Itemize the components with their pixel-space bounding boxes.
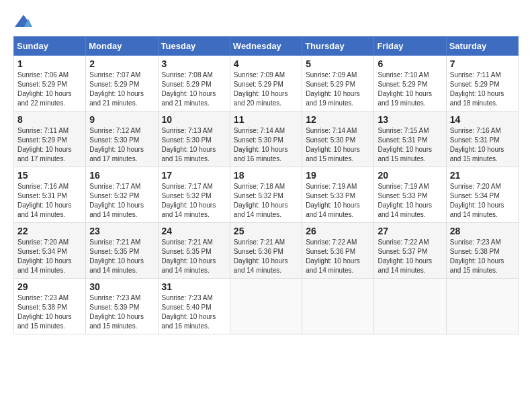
day-info: Sunrise: 7:08 AMSunset: 5:29 PMDaylight:… xyxy=(162,71,226,108)
calendar-week-row: 8Sunrise: 7:11 AMSunset: 5:29 PMDaylight… xyxy=(14,111,519,167)
day-info: Sunrise: 7:23 AMSunset: 5:40 PMDaylight:… xyxy=(162,293,226,331)
day-of-week-sunday: Sunday xyxy=(14,37,86,56)
day-number: 13 xyxy=(378,114,442,125)
day-info: Sunrise: 7:22 AMSunset: 5:36 PMDaylight:… xyxy=(306,238,370,275)
calendar-cell: 31Sunrise: 7:23 AMSunset: 5:40 PMDayligh… xyxy=(158,279,230,334)
calendar-cell: 1Sunrise: 7:06 AMSunset: 5:29 PMDaylight… xyxy=(14,56,86,111)
day-info: Sunrise: 7:21 AMSunset: 5:35 PMDaylight:… xyxy=(89,238,154,275)
calendar-cell: 28Sunrise: 7:23 AMSunset: 5:38 PMDayligh… xyxy=(446,223,518,279)
calendar-cell: 23Sunrise: 7:21 AMSunset: 5:35 PMDayligh… xyxy=(86,223,158,279)
day-info: Sunrise: 7:07 AMSunset: 5:29 PMDaylight:… xyxy=(89,71,154,108)
day-info: Sunrise: 7:17 AMSunset: 5:32 PMDaylight:… xyxy=(162,182,226,220)
calendar-cell: 20Sunrise: 7:19 AMSunset: 5:33 PMDayligh… xyxy=(374,167,446,223)
day-number: 17 xyxy=(162,170,226,181)
calendar-week-row: 29Sunrise: 7:23 AMSunset: 5:38 PMDayligh… xyxy=(14,279,519,334)
day-number: 15 xyxy=(17,170,82,181)
calendar-cell: 7Sunrise: 7:11 AMSunset: 5:29 PMDaylight… xyxy=(446,56,518,111)
day-number: 11 xyxy=(234,114,298,125)
calendar-cell: 25Sunrise: 7:21 AMSunset: 5:36 PMDayligh… xyxy=(230,223,302,279)
calendar-cell: 30Sunrise: 7:23 AMSunset: 5:39 PMDayligh… xyxy=(86,279,158,334)
day-number: 25 xyxy=(234,226,298,236)
calendar-cell: 26Sunrise: 7:22 AMSunset: 5:36 PMDayligh… xyxy=(302,223,374,279)
calendar-cell: 22Sunrise: 7:20 AMSunset: 5:34 PMDayligh… xyxy=(14,223,86,279)
calendar-cell: 2Sunrise: 7:07 AMSunset: 5:29 PMDaylight… xyxy=(86,56,158,111)
calendar-cell: 21Sunrise: 7:20 AMSunset: 5:34 PMDayligh… xyxy=(446,167,518,223)
day-info: Sunrise: 7:23 AMSunset: 5:38 PMDaylight:… xyxy=(17,293,82,331)
day-info: Sunrise: 7:14 AMSunset: 5:30 PMDaylight:… xyxy=(306,126,370,164)
day-number: 16 xyxy=(89,170,154,181)
day-number: 30 xyxy=(89,281,154,292)
day-info: Sunrise: 7:22 AMSunset: 5:37 PMDaylight:… xyxy=(378,238,442,275)
calendar-header-row: SundayMondayTuesdayWednesdayThursdayFrid… xyxy=(14,37,519,56)
calendar-cell: 12Sunrise: 7:14 AMSunset: 5:30 PMDayligh… xyxy=(302,111,374,167)
day-number: 27 xyxy=(378,226,442,236)
day-of-week-monday: Monday xyxy=(86,37,158,56)
day-of-week-wednesday: Wednesday xyxy=(230,37,302,56)
day-number: 29 xyxy=(17,281,82,292)
day-number: 18 xyxy=(234,170,298,181)
calendar-cell: 15Sunrise: 7:16 AMSunset: 5:31 PMDayligh… xyxy=(14,167,86,223)
logo xyxy=(13,13,36,30)
logo-icon xyxy=(13,13,34,30)
calendar-cell: 5Sunrise: 7:09 AMSunset: 5:29 PMDaylight… xyxy=(302,56,374,111)
calendar-cell: 24Sunrise: 7:21 AMSunset: 5:35 PMDayligh… xyxy=(158,223,230,279)
calendar-cell: 18Sunrise: 7:18 AMSunset: 5:32 PMDayligh… xyxy=(230,167,302,223)
day-number: 31 xyxy=(162,281,226,292)
day-info: Sunrise: 7:12 AMSunset: 5:30 PMDaylight:… xyxy=(89,126,154,164)
day-number: 10 xyxy=(162,114,226,125)
calendar-table: SundayMondayTuesdayWednesdayThursdayFrid… xyxy=(13,36,519,334)
day-number: 12 xyxy=(306,114,370,125)
day-of-week-thursday: Thursday xyxy=(302,37,374,56)
day-of-week-friday: Friday xyxy=(374,37,446,56)
day-info: Sunrise: 7:21 AMSunset: 5:35 PMDaylight:… xyxy=(162,238,226,275)
day-number: 1 xyxy=(17,58,82,69)
calendar-cell xyxy=(230,279,302,334)
day-number: 22 xyxy=(17,226,82,236)
calendar-cell: 11Sunrise: 7:14 AMSunset: 5:30 PMDayligh… xyxy=(230,111,302,167)
calendar-cell: 8Sunrise: 7:11 AMSunset: 5:29 PMDaylight… xyxy=(14,111,86,167)
day-of-week-tuesday: Tuesday xyxy=(158,37,230,56)
calendar-cell: 14Sunrise: 7:16 AMSunset: 5:31 PMDayligh… xyxy=(446,111,518,167)
day-number: 21 xyxy=(450,170,515,181)
day-number: 9 xyxy=(89,114,154,125)
day-info: Sunrise: 7:06 AMSunset: 5:29 PMDaylight:… xyxy=(17,71,82,108)
calendar-cell: 3Sunrise: 7:08 AMSunset: 5:29 PMDaylight… xyxy=(158,56,230,111)
day-number: 4 xyxy=(234,58,298,69)
calendar-cell: 10Sunrise: 7:13 AMSunset: 5:30 PMDayligh… xyxy=(158,111,230,167)
day-number: 23 xyxy=(89,226,154,236)
day-number: 28 xyxy=(450,226,515,236)
day-info: Sunrise: 7:23 AMSunset: 5:38 PMDaylight:… xyxy=(450,238,515,275)
page-header xyxy=(13,13,519,30)
day-info: Sunrise: 7:10 AMSunset: 5:29 PMDaylight:… xyxy=(378,71,442,108)
day-number: 24 xyxy=(162,226,226,236)
calendar-cell: 19Sunrise: 7:19 AMSunset: 5:33 PMDayligh… xyxy=(302,167,374,223)
calendar-cell xyxy=(446,279,518,334)
day-number: 19 xyxy=(306,170,370,181)
calendar-cell: 9Sunrise: 7:12 AMSunset: 5:30 PMDaylight… xyxy=(86,111,158,167)
calendar-cell xyxy=(374,279,446,334)
day-number: 6 xyxy=(378,58,442,69)
calendar-cell: 13Sunrise: 7:15 AMSunset: 5:31 PMDayligh… xyxy=(374,111,446,167)
day-number: 5 xyxy=(306,58,370,69)
day-info: Sunrise: 7:11 AMSunset: 5:29 PMDaylight:… xyxy=(450,71,515,108)
day-info: Sunrise: 7:16 AMSunset: 5:31 PMDaylight:… xyxy=(450,126,515,164)
calendar-cell: 29Sunrise: 7:23 AMSunset: 5:38 PMDayligh… xyxy=(14,279,86,334)
day-info: Sunrise: 7:17 AMSunset: 5:32 PMDaylight:… xyxy=(89,182,154,220)
day-info: Sunrise: 7:23 AMSunset: 5:39 PMDaylight:… xyxy=(89,293,154,331)
calendar-week-row: 22Sunrise: 7:20 AMSunset: 5:34 PMDayligh… xyxy=(14,223,519,279)
day-info: Sunrise: 7:13 AMSunset: 5:30 PMDaylight:… xyxy=(162,126,226,164)
day-info: Sunrise: 7:21 AMSunset: 5:36 PMDaylight:… xyxy=(234,238,298,275)
calendar-week-row: 15Sunrise: 7:16 AMSunset: 5:31 PMDayligh… xyxy=(14,167,519,223)
day-info: Sunrise: 7:18 AMSunset: 5:32 PMDaylight:… xyxy=(234,182,298,220)
day-info: Sunrise: 7:14 AMSunset: 5:30 PMDaylight:… xyxy=(234,126,298,164)
calendar-cell xyxy=(302,279,374,334)
day-info: Sunrise: 7:19 AMSunset: 5:33 PMDaylight:… xyxy=(306,182,370,220)
calendar-cell: 17Sunrise: 7:17 AMSunset: 5:32 PMDayligh… xyxy=(158,167,230,223)
day-info: Sunrise: 7:09 AMSunset: 5:29 PMDaylight:… xyxy=(234,71,298,108)
day-info: Sunrise: 7:19 AMSunset: 5:33 PMDaylight:… xyxy=(378,182,442,220)
calendar-week-row: 1Sunrise: 7:06 AMSunset: 5:29 PMDaylight… xyxy=(14,56,519,111)
day-info: Sunrise: 7:11 AMSunset: 5:29 PMDaylight:… xyxy=(17,126,82,164)
day-number: 14 xyxy=(450,114,515,125)
day-number: 3 xyxy=(162,58,226,69)
day-info: Sunrise: 7:16 AMSunset: 5:31 PMDaylight:… xyxy=(17,182,82,220)
